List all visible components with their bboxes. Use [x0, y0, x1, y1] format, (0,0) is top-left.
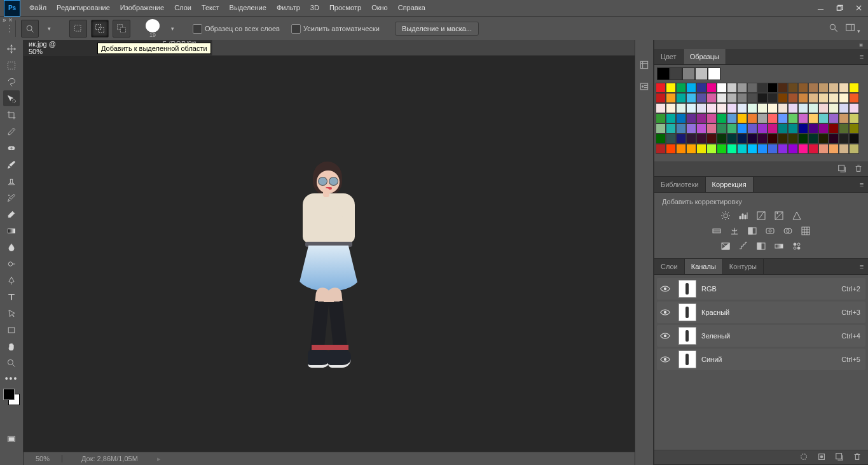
swatch[interactable]: [666, 123, 676, 134]
swatch[interactable]: [682, 67, 695, 80]
swatch[interactable]: [829, 93, 839, 103]
window-maximize[interactable]: [830, 0, 849, 16]
adj-levels-icon[interactable]: [737, 210, 750, 221]
adj-exposure-icon[interactable]: [773, 210, 785, 221]
swatch[interactable]: [839, 134, 849, 144]
gradient-tool[interactable]: [3, 223, 20, 239]
swatch[interactable]: [768, 93, 778, 103]
swatch[interactable]: [706, 123, 717, 134]
swatch[interactable]: [798, 113, 808, 123]
swatch[interactable]: [727, 123, 737, 134]
menu-выделение[interactable]: Выделение: [224, 0, 272, 16]
history-brush-tool[interactable]: [3, 190, 20, 205]
swatch[interactable]: [706, 113, 717, 123]
swatch[interactable]: [768, 113, 778, 123]
crop-tool[interactable]: [3, 107, 20, 123]
window-close[interactable]: [849, 0, 868, 16]
swatch[interactable]: [737, 144, 747, 154]
tab-channels[interactable]: Каналы: [685, 259, 723, 274]
swatch[interactable]: [737, 93, 747, 103]
swatch[interactable]: [737, 134, 747, 144]
swatch[interactable]: [818, 103, 829, 113]
swatch[interactable]: [727, 103, 737, 113]
swatch[interactable]: [656, 83, 666, 93]
tab-color[interactable]: Цвет: [654, 49, 684, 64]
tab-libraries[interactable]: Библиотеки: [654, 177, 706, 192]
swatch[interactable]: [849, 134, 859, 144]
adj-balance-icon[interactable]: [728, 225, 741, 237]
swatch[interactable]: [706, 93, 717, 103]
swatch[interactable]: [829, 113, 839, 123]
swatch[interactable]: [717, 93, 727, 103]
swatch[interactable]: [788, 134, 798, 144]
tool-quick-select-preset[interactable]: [21, 20, 39, 38]
swatch[interactable]: [757, 93, 768, 103]
menu-слои[interactable]: Слои: [169, 0, 196, 16]
window-minimize[interactable]: [811, 0, 830, 16]
move-tool[interactable]: [3, 41, 20, 57]
tab-swatches[interactable]: Образцы: [684, 49, 726, 64]
swatch[interactable]: [717, 103, 727, 113]
swatch[interactable]: [747, 123, 757, 134]
swatch[interactable]: [839, 113, 849, 123]
swatch[interactable]: [808, 83, 818, 93]
swatch[interactable]: [676, 123, 686, 134]
menu-файл[interactable]: Файл: [24, 0, 52, 16]
swatch[interactable]: [788, 93, 798, 103]
opt-sample-all-layers[interactable]: Образец со всех слоев: [193, 24, 280, 34]
select-and-mask-button[interactable]: Выделение и маска...: [395, 22, 479, 36]
new-swatch-icon[interactable]: [837, 164, 846, 174]
swatch[interactable]: [839, 93, 849, 103]
adj-curves-icon[interactable]: [755, 210, 768, 221]
swatch[interactable]: [737, 83, 747, 93]
clone-stamp-tool[interactable]: [3, 173, 20, 189]
swatch[interactable]: [706, 144, 717, 154]
swatch[interactable]: [829, 103, 839, 113]
menu-просмотр[interactable]: Просмотр: [324, 0, 366, 16]
swatch[interactable]: [686, 93, 696, 103]
swatch[interactable]: [778, 103, 788, 113]
visibility-icon[interactable]: [657, 309, 673, 316]
screen-mode-button[interactable]: [3, 431, 20, 447]
swatch[interactable]: [768, 103, 778, 113]
expand-panels-icon[interactable]: »: [854, 40, 868, 49]
rectangle-tool[interactable]: [3, 322, 20, 338]
menu-3d[interactable]: 3D: [305, 0, 324, 16]
properties-panel-icon[interactable]: [637, 80, 651, 94]
menu-редактирование[interactable]: Редактирование: [52, 0, 115, 16]
tab-layers[interactable]: Слои: [654, 259, 685, 274]
adj-bw-icon[interactable]: [746, 225, 759, 237]
menu-окно[interactable]: Окно: [366, 0, 393, 16]
adj-vibrance-icon[interactable]: [790, 210, 803, 221]
delete-swatch-icon[interactable]: [854, 164, 863, 174]
adj-hue-icon[interactable]: [710, 225, 723, 237]
swatch[interactable]: [849, 144, 859, 154]
swatch[interactable]: [747, 93, 757, 103]
channel-row[interactable]: КрасныйCtrl+3: [657, 302, 865, 323]
swatch[interactable]: [727, 113, 737, 123]
swatch[interactable]: [656, 93, 666, 103]
close-toolbox-icon[interactable]: ×: [9, 17, 13, 24]
swatch[interactable]: [656, 113, 666, 123]
new-channel-icon[interactable]: [835, 452, 844, 462]
status-zoom[interactable]: 50%: [24, 455, 62, 462]
swatch[interactable]: [839, 103, 849, 113]
swatch[interactable]: [788, 144, 798, 154]
swatch[interactable]: [686, 144, 696, 154]
swatch[interactable]: [670, 67, 682, 80]
swatch[interactable]: [757, 83, 768, 93]
menu-текст[interactable]: Текст: [196, 0, 224, 16]
swatch[interactable]: [686, 83, 696, 93]
swatch[interactable]: [778, 93, 788, 103]
swatch[interactable]: [708, 67, 720, 80]
dodge-tool[interactable]: [3, 256, 20, 272]
swatch[interactable]: [656, 123, 666, 134]
hand-tool[interactable]: [3, 338, 20, 354]
swatch[interactable]: [737, 103, 747, 113]
eyedropper-tool[interactable]: [3, 123, 20, 139]
swatch[interactable]: [666, 134, 676, 144]
visibility-icon[interactable]: [657, 285, 673, 293]
mode-subtract-selection[interactable]: [113, 20, 130, 38]
adj-mixer-icon[interactable]: [782, 225, 794, 237]
swatch[interactable]: [818, 113, 829, 123]
